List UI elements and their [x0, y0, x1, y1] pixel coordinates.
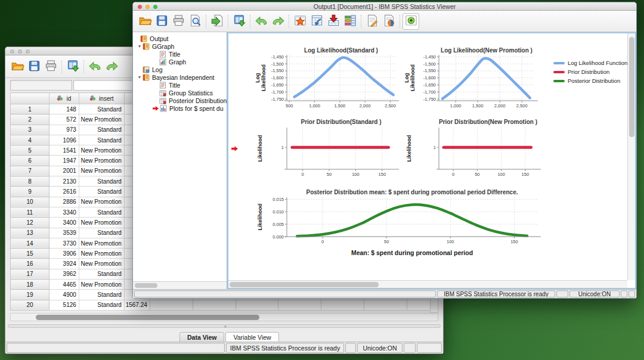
cell[interactable]: New Promotion [79, 166, 124, 176]
cell[interactable] [236, 300, 278, 310]
row-header[interactable]: 3 [11, 125, 49, 135]
cell[interactable]: 148 [49, 104, 79, 114]
row-header[interactable]: 20 [11, 300, 49, 310]
cell[interactable] [364, 300, 407, 310]
row-header[interactable]: 13 [11, 228, 49, 238]
cell[interactable]: 2001 [49, 166, 79, 176]
cell[interactable]: New Promotion [79, 259, 124, 269]
cell[interactable]: New Promotion [79, 218, 124, 228]
cell[interactable]: 3340 [49, 207, 79, 217]
row-header[interactable]: 11 [11, 207, 49, 217]
close-button[interactable] [10, 49, 14, 54]
cell[interactable]: Standard [79, 207, 124, 217]
cell[interactable] [150, 300, 193, 310]
cell[interactable]: 3400 [49, 218, 79, 228]
row-header[interactable]: 8 [11, 176, 49, 187]
chart-prior-distribution-new-promotion[interactable]: Prior Distribution(New Promotion )Likeli… [403, 117, 541, 177]
cell[interactable]: 3962 [49, 269, 79, 279]
row-header[interactable]: 14 [11, 238, 49, 248]
cell[interactable]: 973 [49, 125, 79, 135]
cell[interactable]: New Promotion [79, 238, 124, 248]
cell[interactable]: 2616 [49, 187, 79, 197]
run-script-button[interactable] [380, 13, 397, 30]
row-header[interactable]: 16 [11, 259, 49, 269]
cell[interactable]: 1567.24 [124, 300, 150, 310]
cell[interactable]: 4465 [49, 280, 79, 290]
cell[interactable]: New Promotion [79, 280, 124, 290]
cell[interactable]: Standard [79, 104, 124, 114]
cell[interactable]: 1096 [49, 135, 79, 145]
row-header[interactable]: 12 [11, 218, 49, 228]
minimize-button[interactable] [18, 49, 22, 54]
tree-item-title[interactable]: Title [133, 81, 227, 89]
scrollbar-thumb[interactable] [629, 37, 634, 137]
tree-item-bayesian-independent[interactable]: ▼Bayesian Independent [133, 73, 227, 81]
cell[interactable]: Standard [79, 176, 124, 187]
scrollbar-thumb[interactable] [135, 283, 157, 288]
cell[interactable]: Standard [79, 269, 124, 279]
print-button[interactable] [170, 13, 187, 30]
tree-item-posterior-distribution[interactable]: Posterior Distribution [133, 97, 227, 104]
redo-button[interactable] [103, 58, 120, 75]
edit-text-button[interactable] [364, 13, 380, 30]
cell[interactable]: New Promotion [79, 156, 124, 166]
cell[interactable]: 3730 [49, 238, 79, 248]
zoom-button[interactable] [26, 49, 30, 54]
open-button[interactable] [9, 58, 26, 75]
chart-prior-distribution-standard[interactable]: Prior Distribution(Standard )Likelihood0… [254, 117, 428, 177]
cell[interactable]: Standard [79, 125, 124, 135]
cell[interactable]: 3924 [49, 259, 79, 269]
cell[interactable] [321, 300, 364, 310]
undo-button[interactable] [253, 13, 270, 30]
tree-item-log[interactable]: Log [133, 66, 227, 73]
tree-item-graph[interactable]: Graph [133, 58, 227, 66]
chart-log-likelihood-standard[interactable]: Log Likelihood(Standard )LogLikelihood50… [254, 46, 428, 113]
row-header[interactable]: 5 [11, 145, 49, 156]
expand-triangle-icon[interactable]: ▼ [137, 75, 143, 79]
recall-dialogs-button[interactable] [231, 13, 247, 30]
cell-reference-box[interactable] [10, 80, 72, 91]
scrollbar-thumb[interactable] [230, 282, 379, 287]
chart-posterior-distribution-mean-spent-during[interactable]: Posterior Distribution mean: $ spent dur… [254, 188, 546, 246]
column-header-id[interactable]: id [49, 93, 79, 104]
window-controls[interactable] [10, 49, 30, 54]
splitter-grip[interactable] [224, 325, 227, 328]
tree-item-output[interactable]: Output [133, 35, 227, 42]
row-header[interactable]: 7 [11, 166, 49, 176]
scrollbar-thumb[interactable] [36, 315, 259, 320]
cell[interactable]: 1947 [49, 156, 79, 166]
row-header[interactable]: 18 [11, 280, 49, 290]
cell[interactable] [278, 300, 321, 310]
cell[interactable]: New Promotion [79, 249, 124, 259]
designate-window-button[interactable] [292, 13, 308, 30]
row-header[interactable]: 19 [11, 290, 49, 300]
print-button[interactable] [42, 58, 59, 75]
cell[interactable]: 572 [49, 114, 79, 125]
print-preview-button[interactable] [187, 13, 203, 30]
cell[interactable]: 1541 [49, 145, 79, 156]
goto-case-button[interactable] [325, 13, 342, 30]
output-horizontal-scrollbar[interactable] [228, 280, 627, 288]
redo-button[interactable] [270, 13, 286, 30]
row-header[interactable]: 17 [11, 269, 49, 279]
cell[interactable]: New Promotion [79, 197, 124, 207]
tree-item-group-statistics[interactable]: Group Statistics [133, 89, 227, 97]
cell[interactable]: 2886 [49, 197, 79, 207]
tree-item-ggraph[interactable]: ▼GGraph [133, 42, 227, 50]
goto-data-button[interactable] [308, 13, 325, 30]
cell[interactable]: Standard [79, 228, 124, 238]
row-header[interactable]: 15 [11, 249, 49, 259]
viewer-titlebar[interactable]: Output1 [Document1] - IBM SPSS Statistic… [133, 2, 636, 11]
row-header[interactable]: 10 [11, 197, 49, 207]
chart-log-likelihood-new-promotion[interactable]: Log Likelihood(New Promotion )LogLikelih… [403, 46, 541, 113]
cell[interactable]: 2130 [49, 176, 79, 187]
row-header[interactable]: 6 [11, 156, 49, 166]
cell[interactable]: Standard [79, 187, 124, 197]
cell[interactable]: 3906 [49, 249, 79, 259]
row-header[interactable]: 1 [11, 104, 49, 114]
tree-item-title[interactable]: Title [133, 50, 227, 58]
undo-button[interactable] [86, 58, 103, 75]
cell[interactable]: 3539 [49, 228, 79, 238]
pane-splitter[interactable] [8, 322, 441, 330]
cell[interactable] [193, 300, 236, 310]
